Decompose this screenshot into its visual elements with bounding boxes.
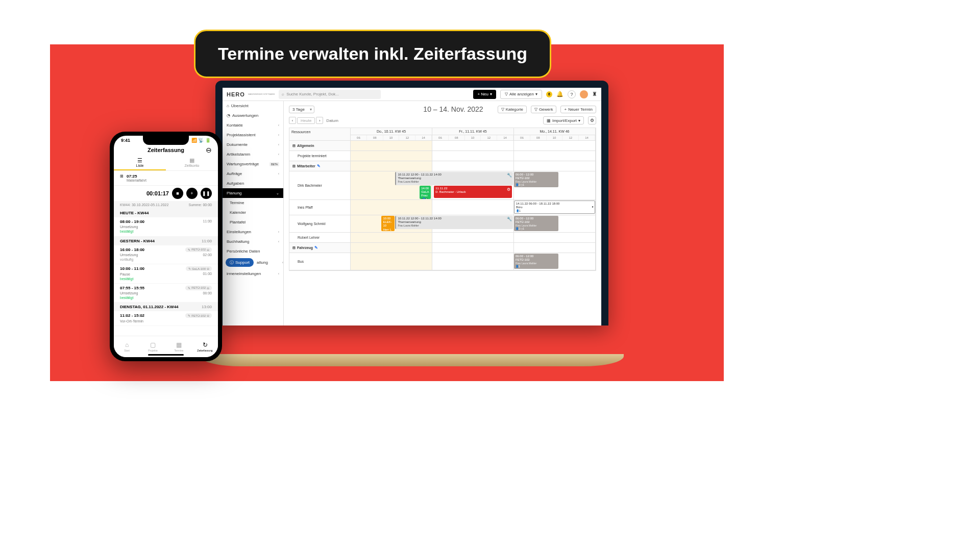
row-robert: Robert Lehrer	[289, 233, 351, 242]
event-fetu-bus[interactable]: 06:00 - 12:00FETÜ-102Frau Laura Mahler👤1	[514, 254, 558, 269]
sidebar-item-firmen[interactable]: irmeneinstellungen‹	[223, 269, 283, 279]
sidebar-item-kalender[interactable]: Kalender	[223, 208, 283, 217]
gear-icon: ⚙	[507, 187, 510, 192]
time-entry[interactable]: 08:00 - 19:00Umsetzungbestätigt11:00	[114, 217, 218, 237]
date-range-title: 10 – 14. Nov. 2022	[423, 105, 483, 113]
prev-button[interactable]: ‹	[289, 117, 296, 124]
laptop-mockup: HERO HANDWERKER SOFTWARE ⌕ Suche Kunde, …	[215, 81, 608, 366]
range-select[interactable]: 3 Tage	[289, 106, 314, 113]
support-icon: ⓘ	[230, 260, 234, 265]
next-button[interactable]: ›	[316, 117, 323, 124]
title-banner: Termine verwalten inkl. Zeiterfassung	[194, 30, 551, 78]
new-button[interactable]: + Neu ▾	[473, 90, 496, 99]
date-nav: ‹ Heute › Datum	[289, 116, 338, 124]
grid-icon: ⊞	[120, 174, 124, 182]
today-button[interactable]: Heute	[297, 117, 315, 124]
clock-icon: ↻	[203, 341, 208, 348]
event-fetu[interactable]: 06:00 - 12:00FETÜ-102Frau Laura Mahler👤2…	[514, 172, 558, 187]
sidebar-item-persoenliche-daten[interactable]: Persönliche Daten	[223, 246, 283, 256]
sidebar-item-auswertungen[interactable]: ◔Auswertungen	[223, 111, 283, 120]
nav-start[interactable]: ⌂Start	[114, 336, 140, 357]
nav-zeiterfassung[interactable]: ↻Zeiterfassung	[192, 336, 218, 357]
group-mitarbeiter[interactable]: ⊟ Mitarbeiter ✎	[289, 161, 351, 171]
day-header: Mo., 14.11. KW 46	[514, 128, 595, 135]
settings-button[interactable]: ⚙	[588, 116, 596, 124]
row-bus: Bus	[289, 253, 351, 270]
time-entry[interactable]: 07:55 - 15:55Umsetzungbestätigt✎ FETÜ-10…	[114, 284, 218, 303]
sidebar-item-wartung[interactable]: WartungsverträgeBETA	[223, 159, 283, 169]
calendar-icon: ▦	[547, 118, 551, 123]
time-entry[interactable]: 11:02 - 15:02Vor-Ort-Termin✎ FETÜ-102 ⊖	[114, 311, 218, 325]
sidebar-item-planung[interactable]: Planung⌄	[223, 188, 283, 198]
pen-icon: ✎	[188, 248, 190, 252]
sidebar-item-aufgaben[interactable]: Aufgaben	[223, 179, 283, 188]
tab-zeitkonto[interactable]: ▦Zeitkonto	[166, 155, 218, 170]
logo-subtitle: HANDWERKER SOFTWARE	[248, 93, 275, 95]
col-resources: Ressourcen	[289, 128, 351, 140]
list-icon: ☰	[116, 157, 164, 164]
main-panel: 3 Tage 10 – 14. Nov. 2022 ▽Kategorie ▽Ge…	[284, 101, 601, 325]
add-button[interactable]: +	[186, 188, 198, 199]
pen-icon: ✎	[188, 314, 190, 317]
castle-icon[interactable]: ♜	[592, 91, 597, 97]
notification-badge[interactable]: 6	[546, 91, 552, 97]
event-urlaub[interactable]: ⚙ 11.11.22D. Bachmeier - Urlaub	[434, 186, 512, 198]
event-gala[interactable]: 14:00GaLAFrau👤1	[420, 186, 431, 199]
home-icon: ⌂	[125, 341, 129, 348]
filter-gewerk[interactable]: ▽Gewerk	[531, 106, 557, 113]
sidebar-item-uebersicht[interactable]: ⌂Übersicht	[223, 101, 283, 111]
app-header: HERO HANDWERKER SOFTWARE ⌕ Suche Kunde, …	[223, 88, 601, 101]
search-input[interactable]: ⌕ Suche Kunde, Projekt, Dok...	[279, 90, 381, 99]
pen-icon: ✎	[188, 286, 190, 290]
help-icon[interactable]: ?	[568, 90, 576, 98]
edit-icon[interactable]: ✎	[317, 164, 321, 168]
tab-liste[interactable]: ☰Liste	[114, 155, 166, 170]
sidebar-item-projektassistent[interactable]: Projektassistent‹	[223, 130, 283, 140]
section-heute: HEUTE - KW44	[120, 211, 149, 215]
more-icon[interactable]: ⊖	[206, 146, 212, 154]
support-button[interactable]: ⓘSupport	[226, 258, 254, 267]
bell-icon[interactable]: 🔔	[556, 91, 564, 97]
pause-button[interactable]: ❚❚	[201, 188, 212, 199]
current-task: ⊞07:25Materialfahrt	[114, 171, 218, 186]
event-elek[interactable]: 10:00ELEK-10Herr L👤1 ◻1	[381, 216, 394, 231]
phone-title: Zeiterfassung	[148, 147, 184, 153]
date-label: Datum	[326, 118, 338, 123]
plus-icon: +	[564, 107, 567, 112]
filter-kategorie[interactable]: ▽Kategorie	[498, 106, 527, 113]
stop-button[interactable]: ■	[172, 188, 183, 199]
search-icon: ⌕	[282, 92, 284, 96]
schedule-grid: Ressourcen Do., 10.11. KW 450608101214 F…	[289, 128, 596, 271]
group-fahrzeug[interactable]: ⊟ Fahrzeug ✎	[289, 243, 351, 253]
chart-icon: ◔	[227, 113, 230, 118]
event-fetu-2[interactable]: 06:00 - 12:00FETÜ-102Frau Laura Mahler👤2…	[514, 216, 558, 231]
show-all-dropdown[interactable]: ▽ Alle anzeigen ▾	[500, 90, 542, 99]
sidebar-item-einstellungen[interactable]: Einstellungen‹	[223, 227, 283, 237]
timer-value: 00:01:17	[146, 190, 169, 196]
edit-icon[interactable]: ✎	[314, 245, 318, 250]
filter-icon: ▽	[501, 107, 504, 112]
day-header: Fr., 11.11. KW 45	[432, 128, 513, 135]
logo: HERO	[227, 91, 245, 97]
group-allgemein[interactable]: ⊟ Allgemein	[289, 141, 351, 151]
folder-icon: ▢	[150, 341, 156, 348]
sidebar-item-auftraege[interactable]: Aufträge‹	[223, 169, 283, 179]
new-appointment-button[interactable]: +Neuer Termin	[560, 106, 596, 113]
sidebar-item-termine[interactable]: Termine	[223, 198, 283, 208]
filter-icon: ▽	[505, 92, 508, 96]
avatar[interactable]	[580, 90, 588, 98]
import-export-button[interactable]: ▦Import/Export▾	[543, 116, 584, 124]
sidebar: ⌂Übersicht ◔Auswertungen Kontakte‹ Proje…	[223, 101, 284, 325]
event-buero[interactable]: 14.11.22 06:00 - 18.11.22 18:00Büro👤1▸	[514, 201, 595, 214]
sidebar-item-artikelstamm[interactable]: Artikelstamm‹	[223, 149, 283, 159]
day-header: Do., 10.11. KW 45	[351, 128, 432, 135]
sidebar-item-buchhaltung[interactable]: Buchhaltung‹	[223, 237, 283, 246]
sidebar-item-kontakte[interactable]: Kontakte‹	[223, 120, 283, 130]
sidebar-item-dokumente[interactable]: Dokumente‹	[223, 140, 283, 149]
time-entry[interactable]: 16:00 - 18:00Umsetzungvorläufig✎ FETÜ-10…	[114, 245, 218, 265]
home-indicator	[148, 354, 184, 356]
row-ines: Ines Pfaff	[289, 200, 351, 215]
signal-icon: 📶 📡 🔋	[191, 138, 211, 143]
time-entry[interactable]: 10:00 - 11:00Pausebestätigt✎ GaLA-100 ⊖0…	[114, 264, 218, 284]
sidebar-item-plantafel[interactable]: Plantafel	[223, 217, 283, 227]
